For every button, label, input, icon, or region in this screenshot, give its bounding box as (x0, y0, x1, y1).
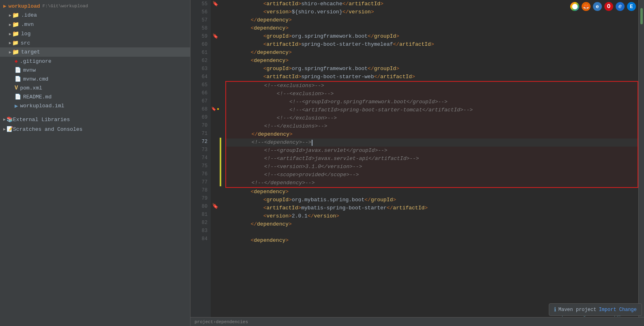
code-line-78: <dependency> (225, 188, 638, 196)
sidebar: ▶ workupload F:\Git\workupload 📁 .idea 📁… (0, 0, 190, 326)
scratches-icon: 📝 (6, 126, 13, 132)
project-title: workupload (9, 3, 40, 9)
sidebar-item-gitignore[interactable]: ◆ .gitignore (0, 57, 190, 66)
chevron-mvn (9, 22, 11, 27)
gutter-59 (211, 8, 220, 16)
ln-82: 82 (190, 219, 208, 227)
gutter-65 (211, 57, 220, 65)
ie-icon[interactable]: e (616, 2, 625, 11)
maven-project-label: Maven project (558, 307, 597, 313)
ln-62: 62 (190, 57, 208, 65)
code-line-65: <!--<exclusions>--> (226, 82, 638, 90)
code-line-68: <!--<artifactId>spring-boot-starter-tomc… (226, 106, 638, 114)
project-path: F:\Git\workupload (43, 4, 88, 9)
ln-80: 80 (190, 202, 208, 211)
ln-75: 75 (190, 162, 208, 170)
sidebar-item-readmemd[interactable]: 📄 README.md (0, 92, 190, 101)
ln-76: 76 (190, 170, 208, 178)
code-line-75: <!--<version>3.1.0</version>--> (226, 163, 638, 171)
code-line-67: <!--<groupId>org.springframework.boot</g… (226, 98, 638, 106)
gutter: 🔖 🔖 🔖 ● (211, 0, 220, 326)
gutter-61 (211, 24, 220, 32)
ln-78: 78 (190, 186, 208, 194)
import-change-link[interactable]: Import Change (599, 307, 637, 313)
sidebar-item-target[interactable]: 📁 target (0, 47, 190, 57)
chevron-scratches (3, 127, 6, 132)
gutter-77 (211, 146, 220, 154)
sidebar-label-mvnwcmd: mvnw.cmd (23, 76, 48, 82)
folder-icon-src: 📁 (12, 40, 19, 46)
firefox-icon[interactable]: 🦊 (582, 2, 591, 11)
sidebar-item-mvnwcmd[interactable]: 📄 mvnw.cmd (0, 75, 190, 83)
sidebar-project-header[interactable]: ▶ workupload F:\Git\workupload (0, 2, 190, 11)
code-line-63: <groupId>org.springframework.boot</group… (225, 65, 638, 73)
gutter-79 (211, 162, 220, 170)
gutter-84: 🔖 (211, 202, 220, 211)
chevron-log (9, 32, 11, 36)
sidebar-label-mvnw: mvnw (23, 67, 36, 73)
bookmark-yellow-icon: 🔖 (211, 105, 216, 113)
sidebar-item-src[interactable]: 📁 src (0, 38, 190, 47)
ln-83: 83 (190, 227, 208, 235)
ln-72: 72 (190, 138, 208, 146)
sidebar-item-external-libraries[interactable]: 📚 External Libraries (0, 115, 190, 124)
chrome-icon[interactable]: ⬤ (570, 2, 579, 11)
code-line-57: </dependency> (225, 16, 638, 24)
project-icon: ▶ (3, 3, 6, 9)
sidebar-label-pomxml: pom.xml (20, 85, 42, 91)
ln-63: 63 (190, 65, 208, 73)
external-libraries-icon: 📚 (6, 116, 13, 123)
ln-73: 73 (190, 146, 208, 154)
code-line-81: <version>2.0.1</version> (225, 212, 638, 220)
scrollbar-thumb[interactable] (640, 8, 643, 24)
code-line-70: <!--</exclusions>--> (226, 122, 638, 130)
code-line-76: <!--<scope>provided</scope>--> (226, 171, 638, 179)
code-line-83 (225, 228, 638, 237)
code-line-77: <!--</dependency>--> (226, 179, 638, 187)
ln-61: 61 (190, 49, 208, 57)
ln-67: 67 (190, 97, 208, 105)
gutter-66 (211, 65, 220, 73)
ln-68: 68 (190, 105, 208, 113)
gutter-74 (211, 121, 220, 130)
file-icon-mvnwcmd: 📄 (15, 76, 21, 82)
ln-69: 69 (190, 113, 208, 121)
status-project: project (195, 320, 213, 324)
sidebar-label-workuploadiml: workupload.iml (20, 103, 64, 109)
import-change-popup: ℹ Maven project Import Change (549, 303, 642, 316)
sidebar-item-workuploadiml[interactable]: ▶ workupload.iml (0, 101, 190, 111)
sidebar-label-readmemd: README.md (23, 94, 51, 100)
code-line-79: <groupId>org.mybatis.spring.boot</groupI… (225, 196, 638, 204)
sidebar-item-pomxml[interactable]: V pom.xml (0, 83, 190, 92)
ln-66: 66 (190, 89, 208, 97)
ln-60: 60 (190, 40, 208, 49)
gutter-58: 🔖 (211, 0, 220, 8)
gutter-68 (211, 81, 220, 89)
gutter-78 (211, 154, 220, 162)
folder-icon-target: 📁 (12, 49, 19, 55)
sidebar-item-mvnw[interactable]: 📄 mvnw (0, 66, 190, 75)
edge-icon[interactable]: E (627, 2, 636, 11)
chevron-src (9, 40, 11, 45)
gutter-82 (211, 186, 220, 194)
sidebar-item-log[interactable]: 📁 log (0, 29, 190, 38)
gutter-72: 🔖 ● (211, 105, 220, 113)
sidebar-label-scratches: Scratches and Consoles (13, 126, 83, 132)
edge-old-icon[interactable]: e (593, 2, 602, 11)
gutter-73 (211, 113, 220, 121)
info-icon: ℹ (554, 306, 556, 313)
code-line-72: <!--<dependency>--> (226, 138, 638, 147)
code-content[interactable]: <artifactId>shiro-ehcache</artifactId> <… (221, 0, 638, 326)
code-line-73: <!--<groupId>javax.servlet</groupId>--> (226, 147, 638, 155)
sidebar-item-mvn[interactable]: 📁 .mvn (0, 20, 190, 29)
file-icon-pomxml: V (15, 85, 18, 91)
vertical-scrollbar[interactable] (638, 0, 644, 326)
ln-84: 84 (190, 235, 208, 243)
sidebar-item-scratches[interactable]: 📝 Scratches and Consoles (0, 124, 190, 134)
chevron-idea (9, 13, 11, 18)
code-line-59: <groupId>org.springframework.boot</group… (225, 32, 638, 40)
sidebar-item-idea[interactable]: 📁 .idea (0, 11, 190, 20)
bullet-yellow-icon: ● (217, 105, 219, 113)
opera-icon[interactable]: O (604, 2, 613, 11)
browser-icons-panel: ⬤ 🦊 e O e E (570, 2, 636, 11)
